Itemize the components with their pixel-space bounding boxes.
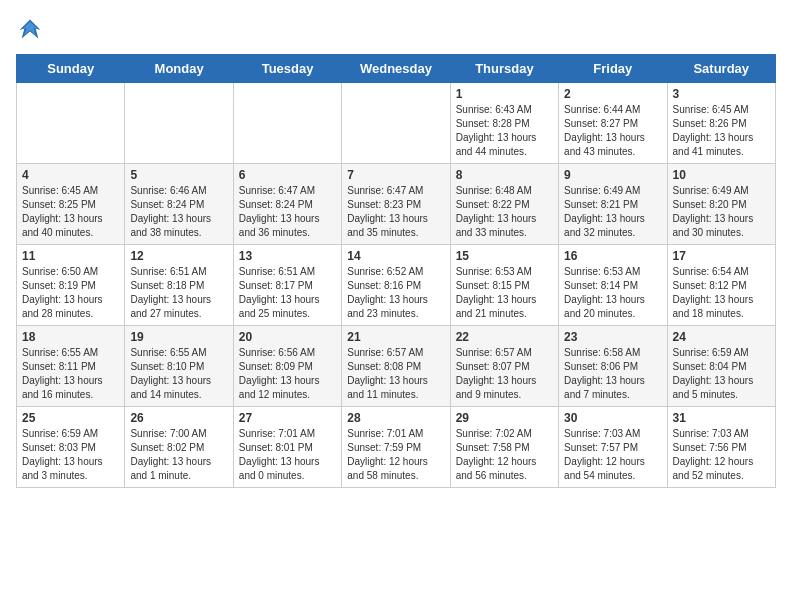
- calendar-cell: 24Sunrise: 6:59 AM Sunset: 8:04 PM Dayli…: [667, 326, 775, 407]
- calendar-cell: 8Sunrise: 6:48 AM Sunset: 8:22 PM Daylig…: [450, 164, 558, 245]
- day-info: Sunrise: 6:53 AM Sunset: 8:14 PM Dayligh…: [564, 265, 661, 321]
- day-info: Sunrise: 6:56 AM Sunset: 8:09 PM Dayligh…: [239, 346, 336, 402]
- calendar: SundayMondayTuesdayWednesdayThursdayFrid…: [16, 54, 776, 488]
- day-number: 15: [456, 249, 553, 263]
- day-number: 30: [564, 411, 661, 425]
- weekday-header-thursday: Thursday: [450, 55, 558, 83]
- day-info: Sunrise: 6:48 AM Sunset: 8:22 PM Dayligh…: [456, 184, 553, 240]
- day-info: Sunrise: 6:50 AM Sunset: 8:19 PM Dayligh…: [22, 265, 119, 321]
- calendar-week-3: 11Sunrise: 6:50 AM Sunset: 8:19 PM Dayli…: [17, 245, 776, 326]
- calendar-cell: 27Sunrise: 7:01 AM Sunset: 8:01 PM Dayli…: [233, 407, 341, 488]
- day-number: 17: [673, 249, 770, 263]
- day-info: Sunrise: 6:57 AM Sunset: 8:08 PM Dayligh…: [347, 346, 444, 402]
- calendar-cell: 5Sunrise: 6:46 AM Sunset: 8:24 PM Daylig…: [125, 164, 233, 245]
- calendar-week-4: 18Sunrise: 6:55 AM Sunset: 8:11 PM Dayli…: [17, 326, 776, 407]
- calendar-week-5: 25Sunrise: 6:59 AM Sunset: 8:03 PM Dayli…: [17, 407, 776, 488]
- logo-bird-icon: [16, 16, 44, 44]
- calendar-header: SundayMondayTuesdayWednesdayThursdayFrid…: [17, 55, 776, 83]
- day-info: Sunrise: 6:44 AM Sunset: 8:27 PM Dayligh…: [564, 103, 661, 159]
- day-info: Sunrise: 6:55 AM Sunset: 8:11 PM Dayligh…: [22, 346, 119, 402]
- day-number: 27: [239, 411, 336, 425]
- calendar-cell: 12Sunrise: 6:51 AM Sunset: 8:18 PM Dayli…: [125, 245, 233, 326]
- day-number: 9: [564, 168, 661, 182]
- calendar-cell: 4Sunrise: 6:45 AM Sunset: 8:25 PM Daylig…: [17, 164, 125, 245]
- day-number: 31: [673, 411, 770, 425]
- day-number: 3: [673, 87, 770, 101]
- day-info: Sunrise: 7:02 AM Sunset: 7:58 PM Dayligh…: [456, 427, 553, 483]
- calendar-cell: 15Sunrise: 6:53 AM Sunset: 8:15 PM Dayli…: [450, 245, 558, 326]
- logo: [16, 16, 48, 44]
- day-number: 13: [239, 249, 336, 263]
- day-number: 4: [22, 168, 119, 182]
- calendar-cell: 28Sunrise: 7:01 AM Sunset: 7:59 PM Dayli…: [342, 407, 450, 488]
- day-info: Sunrise: 6:49 AM Sunset: 8:20 PM Dayligh…: [673, 184, 770, 240]
- weekday-header-friday: Friday: [559, 55, 667, 83]
- day-info: Sunrise: 6:51 AM Sunset: 8:18 PM Dayligh…: [130, 265, 227, 321]
- day-number: 5: [130, 168, 227, 182]
- day-number: 18: [22, 330, 119, 344]
- day-info: Sunrise: 6:45 AM Sunset: 8:26 PM Dayligh…: [673, 103, 770, 159]
- calendar-cell: 29Sunrise: 7:02 AM Sunset: 7:58 PM Dayli…: [450, 407, 558, 488]
- calendar-cell: [17, 83, 125, 164]
- calendar-cell: 7Sunrise: 6:47 AM Sunset: 8:23 PM Daylig…: [342, 164, 450, 245]
- weekday-header-wednesday: Wednesday: [342, 55, 450, 83]
- day-info: Sunrise: 6:47 AM Sunset: 8:23 PM Dayligh…: [347, 184, 444, 240]
- calendar-week-2: 4Sunrise: 6:45 AM Sunset: 8:25 PM Daylig…: [17, 164, 776, 245]
- calendar-cell: 25Sunrise: 6:59 AM Sunset: 8:03 PM Dayli…: [17, 407, 125, 488]
- day-info: Sunrise: 7:03 AM Sunset: 7:56 PM Dayligh…: [673, 427, 770, 483]
- day-info: Sunrise: 6:49 AM Sunset: 8:21 PM Dayligh…: [564, 184, 661, 240]
- page-header: [16, 16, 776, 44]
- calendar-cell: 10Sunrise: 6:49 AM Sunset: 8:20 PM Dayli…: [667, 164, 775, 245]
- weekday-header-monday: Monday: [125, 55, 233, 83]
- day-number: 14: [347, 249, 444, 263]
- calendar-cell: 23Sunrise: 6:58 AM Sunset: 8:06 PM Dayli…: [559, 326, 667, 407]
- day-number: 21: [347, 330, 444, 344]
- calendar-cell: 19Sunrise: 6:55 AM Sunset: 8:10 PM Dayli…: [125, 326, 233, 407]
- calendar-cell: 11Sunrise: 6:50 AM Sunset: 8:19 PM Dayli…: [17, 245, 125, 326]
- day-number: 22: [456, 330, 553, 344]
- day-info: Sunrise: 6:43 AM Sunset: 8:28 PM Dayligh…: [456, 103, 553, 159]
- calendar-cell: [342, 83, 450, 164]
- calendar-cell: [233, 83, 341, 164]
- day-info: Sunrise: 7:01 AM Sunset: 7:59 PM Dayligh…: [347, 427, 444, 483]
- day-number: 24: [673, 330, 770, 344]
- weekday-header-sunday: Sunday: [17, 55, 125, 83]
- day-info: Sunrise: 6:47 AM Sunset: 8:24 PM Dayligh…: [239, 184, 336, 240]
- day-number: 29: [456, 411, 553, 425]
- calendar-cell: 21Sunrise: 6:57 AM Sunset: 8:08 PM Dayli…: [342, 326, 450, 407]
- calendar-cell: 2Sunrise: 6:44 AM Sunset: 8:27 PM Daylig…: [559, 83, 667, 164]
- day-info: Sunrise: 7:00 AM Sunset: 8:02 PM Dayligh…: [130, 427, 227, 483]
- day-number: 2: [564, 87, 661, 101]
- calendar-week-1: 1Sunrise: 6:43 AM Sunset: 8:28 PM Daylig…: [17, 83, 776, 164]
- day-info: Sunrise: 6:54 AM Sunset: 8:12 PM Dayligh…: [673, 265, 770, 321]
- day-info: Sunrise: 7:03 AM Sunset: 7:57 PM Dayligh…: [564, 427, 661, 483]
- day-info: Sunrise: 6:45 AM Sunset: 8:25 PM Dayligh…: [22, 184, 119, 240]
- weekday-header-saturday: Saturday: [667, 55, 775, 83]
- day-number: 6: [239, 168, 336, 182]
- calendar-cell: 26Sunrise: 7:00 AM Sunset: 8:02 PM Dayli…: [125, 407, 233, 488]
- day-info: Sunrise: 6:59 AM Sunset: 8:04 PM Dayligh…: [673, 346, 770, 402]
- calendar-cell: 3Sunrise: 6:45 AM Sunset: 8:26 PM Daylig…: [667, 83, 775, 164]
- calendar-cell: 9Sunrise: 6:49 AM Sunset: 8:21 PM Daylig…: [559, 164, 667, 245]
- day-info: Sunrise: 6:51 AM Sunset: 8:17 PM Dayligh…: [239, 265, 336, 321]
- calendar-cell: 30Sunrise: 7:03 AM Sunset: 7:57 PM Dayli…: [559, 407, 667, 488]
- day-number: 26: [130, 411, 227, 425]
- day-info: Sunrise: 6:57 AM Sunset: 8:07 PM Dayligh…: [456, 346, 553, 402]
- day-number: 19: [130, 330, 227, 344]
- day-number: 16: [564, 249, 661, 263]
- day-info: Sunrise: 6:46 AM Sunset: 8:24 PM Dayligh…: [130, 184, 227, 240]
- calendar-cell: [125, 83, 233, 164]
- calendar-cell: 13Sunrise: 6:51 AM Sunset: 8:17 PM Dayli…: [233, 245, 341, 326]
- calendar-cell: 22Sunrise: 6:57 AM Sunset: 8:07 PM Dayli…: [450, 326, 558, 407]
- day-info: Sunrise: 7:01 AM Sunset: 8:01 PM Dayligh…: [239, 427, 336, 483]
- calendar-cell: 16Sunrise: 6:53 AM Sunset: 8:14 PM Dayli…: [559, 245, 667, 326]
- weekday-header-tuesday: Tuesday: [233, 55, 341, 83]
- day-number: 8: [456, 168, 553, 182]
- calendar-cell: 6Sunrise: 6:47 AM Sunset: 8:24 PM Daylig…: [233, 164, 341, 245]
- day-number: 28: [347, 411, 444, 425]
- day-number: 20: [239, 330, 336, 344]
- day-info: Sunrise: 6:52 AM Sunset: 8:16 PM Dayligh…: [347, 265, 444, 321]
- day-info: Sunrise: 6:59 AM Sunset: 8:03 PM Dayligh…: [22, 427, 119, 483]
- day-info: Sunrise: 6:58 AM Sunset: 8:06 PM Dayligh…: [564, 346, 661, 402]
- day-info: Sunrise: 6:55 AM Sunset: 8:10 PM Dayligh…: [130, 346, 227, 402]
